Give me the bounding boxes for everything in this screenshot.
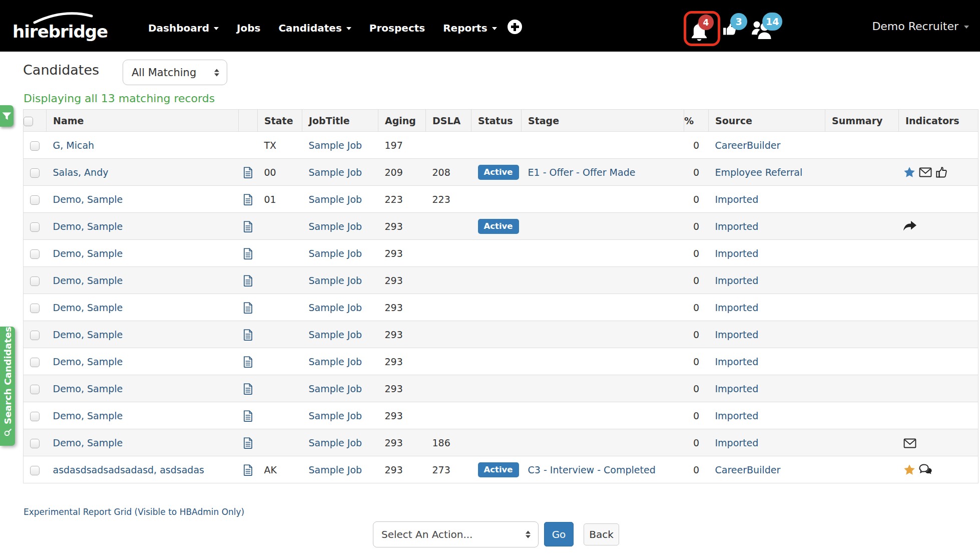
document-icon[interactable] [243,383,253,395]
document-icon[interactable] [243,167,253,178]
document-icon[interactable] [243,464,253,476]
source-link[interactable]: CareerBuilder [715,464,781,475]
candidate-name-link[interactable]: Demo, Sample [53,383,123,394]
row-checkbox[interactable] [30,195,40,205]
candidate-name-link[interactable]: Salas, Andy [53,167,109,178]
candidate-name-link[interactable]: Demo, Sample [53,356,123,367]
column-header-indicators[interactable]: Indicators [899,110,978,132]
document-icon[interactable] [243,275,253,287]
document-icon[interactable] [243,248,253,259]
column-header-state[interactable]: State [258,110,302,132]
nav-dashboard[interactable]: Dashboard [148,22,219,34]
row-checkbox[interactable] [30,249,40,259]
add-button[interactable] [508,20,522,34]
job-title-link[interactable]: Sample Job [309,383,362,394]
candidate-name-link[interactable]: asdasdsadsadsadasd, asdsadas [53,464,204,475]
job-title-link[interactable]: Sample Job [309,464,362,475]
action-select[interactable]: Select An Action... [373,521,539,547]
job-title-link[interactable]: Sample Job [309,248,362,259]
column-header-jobtitle[interactable]: JobTitle [302,110,378,132]
nav-candidates[interactable]: Candidates [278,22,351,34]
column-header-status[interactable]: Status [471,110,522,132]
source-link[interactable]: Imported [715,275,759,286]
nav-reports[interactable]: Reports [443,22,497,34]
row-checkbox[interactable] [30,385,40,394]
row-checkbox[interactable] [30,412,40,421]
document-icon[interactable] [243,194,253,205]
column-header-stage[interactable]: Stage [522,110,684,132]
candidate-name-link[interactable]: Demo, Sample [53,248,123,259]
nav-prospects[interactable]: Prospects [369,22,425,34]
job-title-link[interactable]: Sample Job [309,140,362,151]
job-title-link[interactable]: Sample Job [309,356,362,367]
document-icon[interactable] [243,437,253,449]
candidate-name-link[interactable]: Demo, Sample [53,221,123,232]
column-header-dsla[interactable]: DSLA [426,110,471,132]
experimental-report-grid-link[interactable]: Experimental Report Grid (Visible to HBA… [24,507,244,517]
source-link[interactable]: Imported [715,248,759,259]
go-button[interactable]: Go [544,522,574,546]
source-link[interactable]: Imported [715,410,759,421]
source-link[interactable]: CareerBuilder [715,140,781,151]
candidate-name-link[interactable]: G, Micah [53,140,95,151]
row-checkbox[interactable] [30,141,40,151]
notifications-bell-button[interactable]: 4 [684,11,720,46]
column-header-aging[interactable]: Aging [378,110,426,132]
star-blue-icon [903,166,915,178]
stage-link[interactable]: C3 - Interview - Completed [528,464,656,475]
job-title-link[interactable]: Sample Job [309,437,362,448]
row-checkbox[interactable] [30,168,40,178]
candidate-name-link[interactable]: Demo, Sample [53,437,123,448]
percent-cell: 0 [684,132,709,159]
job-title-link[interactable]: Sample Job [309,194,362,205]
filter-tab[interactable] [0,105,14,127]
job-title-link[interactable]: Sample Job [309,221,362,232]
user-menu[interactable]: Demo Recruiter [872,20,969,33]
search-candidates-tab[interactable]: Search Candidates [0,327,15,446]
document-icon[interactable] [243,329,253,341]
source-link[interactable]: Imported [715,356,759,367]
job-title-link[interactable]: Sample Job [309,302,362,313]
row-checkbox[interactable] [30,304,40,313]
candidate-name-link[interactable]: Demo, Sample [53,275,123,286]
candidate-name-link[interactable]: Demo, Sample [53,302,123,313]
job-title-link[interactable]: Sample Job [309,167,362,178]
row-checkbox[interactable] [30,331,40,340]
row-checkbox[interactable] [30,466,40,475]
candidate-name-link[interactable]: Demo, Sample [53,410,123,421]
source-link[interactable]: Imported [715,221,759,232]
job-title-link[interactable]: Sample Job [309,410,362,421]
candidates-alert-button[interactable]: 14 [751,13,788,48]
stage-link[interactable]: E1 - Offer - Offer Made [528,167,636,178]
document-icon[interactable] [243,410,253,422]
matching-filter-select[interactable]: All Matching [123,60,227,85]
nav-jobs[interactable]: Jobs [237,22,260,34]
column-header-summary[interactable]: Summary [825,110,899,132]
column-header-name[interactable]: Name [47,110,239,132]
source-link[interactable]: Employee Referral [715,167,803,178]
document-icon[interactable] [243,356,253,368]
candidate-name-link[interactable]: Demo, Sample [53,329,123,340]
source-link[interactable]: Imported [715,383,759,394]
job-title-link[interactable]: Sample Job [309,275,362,286]
column-header-source[interactable]: Source [709,110,825,132]
back-button[interactable]: Back [584,523,619,545]
document-icon[interactable] [243,221,253,232]
state-cell [258,321,302,348]
row-checkbox[interactable] [30,439,40,448]
source-link[interactable]: Imported [715,329,759,340]
source-link[interactable]: Imported [715,194,759,205]
row-checkbox[interactable] [30,222,40,232]
select-all-checkbox[interactable] [24,117,33,126]
source-link[interactable]: Imported [715,437,759,448]
hirebridge-logo[interactable]: hirebridge [13,10,120,42]
job-title-link[interactable]: Sample Job [309,329,362,340]
column-header-percent[interactable]: % [684,110,709,132]
row-checkbox[interactable] [30,358,40,367]
document-icon[interactable] [243,302,253,314]
percent-cell: 0 [684,213,709,240]
row-checkbox[interactable] [30,276,40,286]
candidate-name-link[interactable]: Demo, Sample [53,194,123,205]
source-link[interactable]: Imported [715,302,759,313]
state-cell: 00 [258,159,302,186]
